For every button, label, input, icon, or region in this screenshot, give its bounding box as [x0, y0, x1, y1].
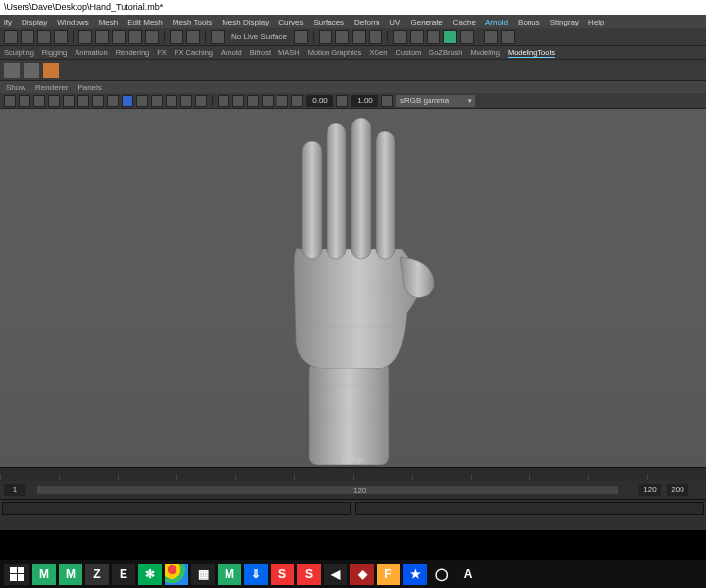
tool-icon[interactable] — [95, 30, 109, 44]
tool-icon[interactable] — [460, 30, 474, 44]
panel-menu-item[interactable]: Panels — [77, 83, 101, 92]
shelf-tab[interactable]: Animation — [75, 48, 107, 57]
menu-item[interactable]: Cache — [453, 18, 476, 26]
panel-tool-icon[interactable] — [48, 95, 60, 107]
menu-item[interactable]: Curves — [278, 18, 303, 26]
menu-item[interactable]: UV — [389, 18, 400, 26]
taskbar-app-icon[interactable]: ◀ — [324, 564, 347, 585]
menu-item[interactable]: Edit Mesh — [127, 18, 163, 26]
panel-tool-icon[interactable] — [381, 95, 393, 107]
taskbar-app-icon[interactable]: ▦ — [191, 564, 215, 585]
gamma-field[interactable]: 1.00 — [351, 95, 378, 107]
taskbar-app-icon[interactable] — [165, 564, 188, 585]
menu-item[interactable]: Surfaces — [314, 18, 345, 26]
shelf-tab[interactable]: Custom — [395, 48, 421, 57]
panel-tool-icon[interactable] — [166, 95, 177, 107]
shelf-tab[interactable]: XGen — [369, 48, 387, 57]
menu-item[interactable]: Stingray — [550, 18, 579, 26]
taskbar-app-icon[interactable]: E — [112, 564, 135, 585]
menu-item[interactable]: Windows — [57, 18, 88, 26]
tool-icon[interactable] — [54, 30, 68, 44]
taskbar-app-icon[interactable]: Z — [85, 564, 109, 585]
shelf-tab[interactable]: Rigging — [42, 48, 67, 57]
range-end-field-2[interactable]: 200 — [667, 484, 688, 496]
shelf-icon[interactable] — [24, 63, 39, 78]
tool-icon[interactable] — [319, 30, 332, 44]
shelf-tab[interactable]: Modeling — [471, 48, 500, 57]
menu-item[interactable]: Mesh Display — [222, 18, 269, 26]
shelf-tab[interactable]: Motion Graphics — [308, 48, 362, 57]
panel-tool-icon[interactable] — [92, 95, 104, 107]
shelf-tab[interactable]: Arnold — [221, 48, 242, 57]
play-icon[interactable] — [443, 30, 457, 44]
tool-icon[interactable] — [21, 30, 34, 44]
shelf-tab[interactable]: ModelingTools — [508, 48, 555, 58]
shelf-tab[interactable]: FX — [157, 48, 167, 57]
tool-icon[interactable] — [78, 30, 92, 44]
panel-tool-icon[interactable] — [136, 95, 148, 107]
panel-tool-icon[interactable] — [33, 95, 45, 107]
tool-icon[interactable] — [112, 30, 126, 44]
shelf-tab[interactable]: MASH — [278, 48, 300, 57]
menu-item[interactable]: Generate — [410, 18, 442, 26]
panel-tool-icon[interactable] — [232, 95, 244, 107]
exposure-field[interactable]: 0.00 — [306, 95, 333, 107]
taskbar-app-icon[interactable]: ★ — [403, 564, 427, 585]
range-bar[interactable] — [37, 486, 618, 494]
snap-icon[interactable] — [211, 30, 225, 44]
panel-tool-icon[interactable] — [107, 95, 119, 107]
tool-icon[interactable] — [335, 30, 349, 44]
tool-icon[interactable] — [352, 30, 366, 44]
command-input[interactable] — [2, 502, 351, 514]
shelf-tab[interactable]: GoZBrush — [429, 48, 462, 57]
shelf-tab[interactable]: FX Caching — [175, 48, 213, 57]
tool-icon[interactable] — [427, 30, 440, 44]
shelf-icon[interactable] — [4, 63, 20, 78]
panel-menu-item[interactable]: Show — [6, 83, 25, 92]
tool-icon[interactable] — [410, 30, 424, 44]
tool-icon[interactable] — [170, 30, 183, 44]
tool-icon[interactable] — [128, 30, 142, 44]
tool-icon[interactable] — [294, 30, 308, 44]
shelf-tab[interactable]: Sculpting — [4, 48, 34, 57]
panel-tool-icon[interactable] — [151, 95, 163, 107]
viewport-3d[interactable]: persp — [0, 109, 706, 467]
taskbar-app-icon[interactable]: M — [218, 564, 241, 585]
menu-item[interactable]: Help — [588, 18, 604, 26]
taskbar-app-icon[interactable]: ◯ — [429, 564, 453, 585]
taskbar-app-icon[interactable]: ✻ — [138, 564, 162, 585]
panel-tool-icon[interactable] — [122, 95, 133, 107]
taskbar-app-icon[interactable]: ◆ — [350, 564, 374, 585]
panel-tool-icon[interactable] — [180, 95, 192, 107]
tool-icon[interactable] — [484, 30, 498, 44]
taskbar-app-icon[interactable]: S — [271, 564, 294, 585]
menu-item[interactable]: Mesh Tools — [173, 18, 212, 26]
panel-tool-icon[interactable] — [63, 95, 75, 107]
panel-tool-icon[interactable] — [262, 95, 274, 107]
range-end-field-1[interactable]: 120 — [639, 484, 661, 496]
tool-icon[interactable] — [186, 30, 200, 44]
panel-tool-icon[interactable] — [336, 95, 348, 107]
shelf-tab[interactable]: Bifrost — [250, 48, 271, 57]
taskbar-app-icon[interactable]: M — [32, 564, 56, 585]
taskbar-app-icon[interactable]: ⇓ — [244, 564, 268, 585]
tool-icon[interactable] — [145, 30, 159, 44]
panel-tool-icon[interactable] — [291, 95, 303, 107]
panel-menu-item[interactable]: Renderer — [35, 83, 68, 92]
tool-icon[interactable] — [369, 30, 382, 44]
tool-icon[interactable] — [393, 30, 407, 44]
menu-item[interactable]: Arnold — [485, 18, 508, 26]
panel-tool-icon[interactable] — [247, 95, 259, 107]
shelf-tab[interactable]: Rendering — [116, 48, 150, 57]
start-button[interactable] — [4, 564, 29, 585]
color-space-dropdown[interactable]: sRGB gamma — [396, 95, 475, 107]
panel-tool-icon[interactable] — [277, 95, 288, 107]
shelf-icon[interactable] — [43, 63, 59, 78]
panel-tool-icon[interactable] — [195, 95, 207, 107]
time-slider[interactable] — [0, 467, 706, 481]
tool-icon[interactable] — [37, 30, 51, 44]
menu-item[interactable]: ify — [4, 18, 12, 26]
menu-item[interactable]: Display — [22, 18, 47, 26]
panel-tool-icon[interactable] — [4, 95, 16, 107]
menu-item[interactable]: Deform — [354, 18, 379, 26]
